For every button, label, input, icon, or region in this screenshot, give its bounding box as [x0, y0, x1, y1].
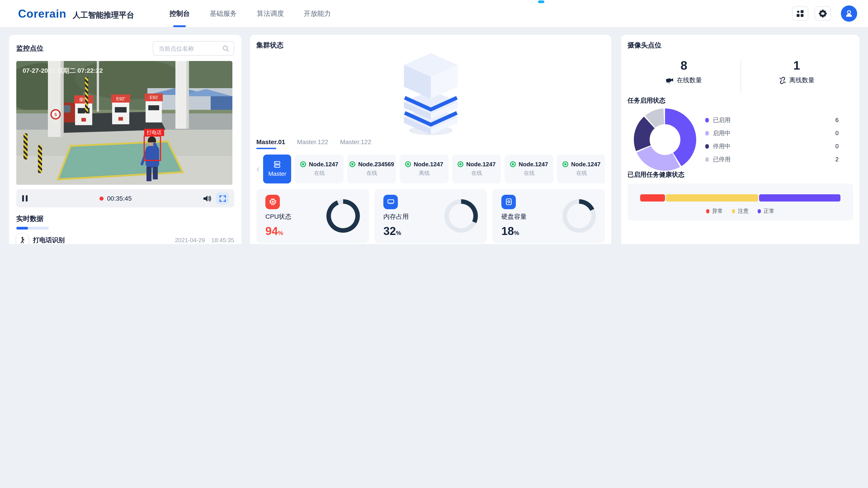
platform-title: 人工智能推理平台	[73, 10, 134, 20]
health-legend-item: 正常	[758, 207, 774, 215]
cpu-icon	[266, 195, 280, 209]
menu-item-basic-services[interactable]: 基础服务	[210, 0, 237, 27]
offline-label: 离线数量	[789, 76, 815, 85]
link-off-icon	[779, 77, 786, 84]
cpu-ring	[327, 199, 360, 233]
camera-title: 摄像头点位	[627, 41, 853, 50]
recording-dot-icon	[99, 196, 103, 200]
memory-value: 32	[383, 224, 396, 237]
apps-button[interactable]	[792, 6, 808, 21]
volume-button[interactable]	[203, 195, 212, 202]
detection-label: 打电话	[147, 130, 162, 135]
resource-gauges: CPU状态 94% 内存占用 32%	[256, 189, 605, 243]
legend-value: 2	[835, 156, 850, 163]
node-chip[interactable]: Node.1247 离线	[400, 155, 449, 184]
settings-button[interactable]	[815, 6, 831, 21]
legend-dot-icon	[705, 144, 709, 149]
server-icon	[274, 161, 281, 168]
event-time: 18:45:35	[211, 237, 234, 243]
fullscreen-icon	[219, 195, 226, 202]
tab-master-122a[interactable]: Master.122	[297, 138, 329, 149]
main-menu: 控制台 基础服务 算法调度 开放能力	[169, 0, 331, 27]
gauge-label: CPU状态	[266, 213, 291, 221]
divider	[740, 60, 741, 93]
node-list: Node.1247 在线 Node.23456978 在线 Node.1247 …	[295, 155, 605, 184]
legend-label: 异常	[712, 207, 723, 215]
legend-dot-icon	[705, 131, 709, 135]
memory-ring	[444, 199, 478, 233]
apps-grid-star-icon	[796, 9, 804, 18]
phone-person-icon	[16, 234, 29, 244]
master-chip-label: Master	[268, 170, 286, 177]
menu-item-console[interactable]: 控制台	[169, 0, 190, 27]
node-status-icon	[301, 161, 306, 167]
camera-icon	[666, 77, 674, 84]
node-chip[interactable]: Node.1247 在线	[505, 155, 554, 184]
menu-item-open-capability[interactable]: 开放能力	[304, 0, 331, 27]
health-segment	[666, 194, 758, 201]
cluster-illustration	[256, 52, 605, 135]
health-card: 异常 注意 正常	[627, 184, 853, 221]
event-date: 2021-04-29	[175, 237, 205, 243]
fullscreen-button[interactable]	[216, 193, 229, 204]
legend-dot-icon	[758, 209, 761, 213]
realtime-progress	[16, 227, 49, 230]
health-legend-item: 异常	[706, 207, 723, 215]
node-chip[interactable]: Node.1247 在线	[452, 155, 501, 184]
search-icon[interactable]	[222, 45, 229, 52]
server-stack-illustration	[392, 52, 469, 135]
search-input[interactable]	[158, 44, 220, 52]
disk-ring	[562, 199, 596, 233]
top-nav: Corerain 人工智能推理平台 控制台 基础服务 算法调度 开放能力	[0, 0, 868, 28]
node-status-icon	[510, 161, 516, 167]
fuel-pump-3: E92	[145, 94, 163, 123]
event-title: 打电话识别	[33, 236, 170, 244]
node-chip[interactable]: Node.1247 在线	[557, 155, 605, 184]
realtime-list: 打电话识别 2021-04-2918:45:35 点位1 打电话识别 2021-…	[16, 234, 234, 244]
health-legend-item: 注意	[732, 207, 749, 215]
fuel-pump-1: 柴油	[74, 95, 93, 125]
master-chip[interactable]: Master	[264, 155, 291, 184]
gear-icon	[819, 9, 827, 18]
camera-stats: 8 在线数量 1	[627, 59, 853, 97]
legend-dot-icon	[732, 209, 735, 213]
tab-master-01[interactable]: Master.01	[256, 138, 285, 149]
point-search	[153, 41, 234, 56]
pause-button[interactable]	[22, 195, 28, 202]
user-avatar[interactable]	[841, 5, 857, 22]
online-label: 在线数量	[677, 76, 702, 85]
task-legend-row: 已启用 6	[705, 116, 850, 124]
legend-label: 启用中	[713, 129, 731, 137]
online-stat: 8 在线数量	[627, 59, 740, 97]
video-player[interactable]: 柴油 E92' E92	[16, 61, 232, 185]
legend-label: 注意	[738, 207, 749, 215]
legend-dot-icon	[705, 157, 709, 162]
health-bar	[640, 194, 840, 201]
node-status-icon	[405, 161, 411, 167]
pump-label: E92'	[116, 96, 125, 101]
realtime-list-item[interactable]: 打电话识别 2021-04-2918:45:35 点位1	[16, 234, 234, 244]
cpu-gauge: CPU状态 94%	[256, 189, 369, 243]
tab-master-122b[interactable]: Master.122	[340, 138, 371, 149]
node-status-icon	[350, 161, 355, 167]
node-chip[interactable]: Node.23456978 在线	[347, 155, 396, 184]
task-legend-row: 已停用 2	[705, 155, 850, 163]
legend-dot-icon	[705, 118, 709, 122]
node-chip[interactable]: Node.1247 在线	[295, 155, 344, 184]
offline-stat: 1 离线数量	[740, 59, 853, 97]
health-title: 已启用任务健康状态	[627, 171, 853, 179]
legend-label: 已停用	[713, 155, 731, 163]
gauge-label: 硬盘容量	[501, 213, 527, 221]
pump-label: E92	[150, 95, 158, 100]
carousel-prev-icon[interactable]: ‹	[256, 164, 260, 174]
task-status: 已启用 6 启用中 0 停用中 0 已停用 2	[627, 108, 853, 171]
offline-count: 1	[793, 59, 800, 73]
monitor-panel: 监控点位	[9, 35, 241, 244]
brand: Corerain 人工智能推理平台	[18, 7, 134, 20]
monitor-title: 监控点位	[16, 44, 43, 53]
fuel-pump-2: E92'	[111, 94, 130, 124]
memory-icon	[383, 195, 398, 209]
menu-item-algorithm-scheduling[interactable]: 算法调度	[257, 0, 284, 27]
cluster-title: 集群状态	[256, 41, 605, 50]
camera-panel: 摄像头点位 8 在线数量 1	[621, 35, 860, 244]
